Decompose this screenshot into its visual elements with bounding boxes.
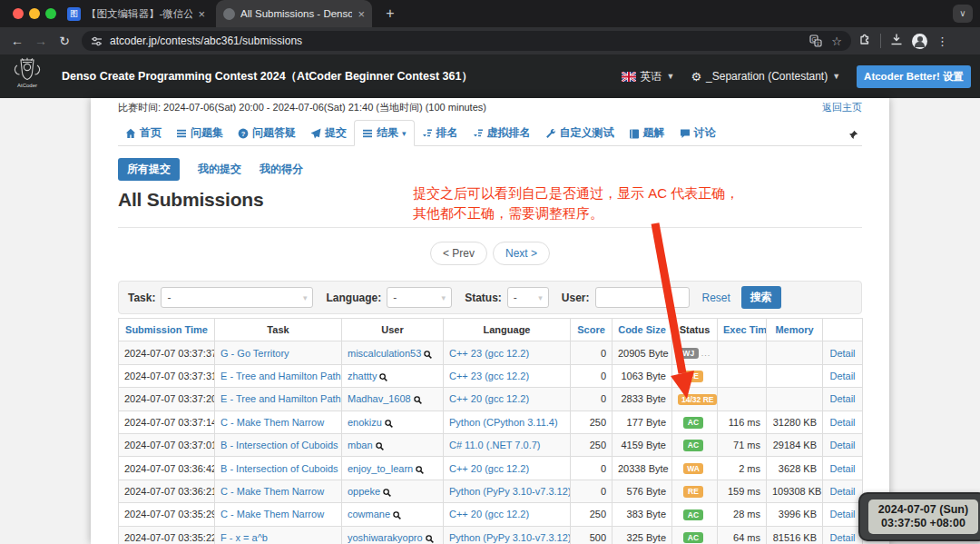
column-header[interactable]: Memory: [767, 319, 823, 341]
nav-tab-editorial[interactable]: 题解: [622, 121, 672, 145]
language-link[interactable]: Python (PyPy 3.10-v7.3.12): [449, 532, 571, 543]
user-link[interactable]: mban: [348, 440, 373, 450]
task-link[interactable]: E - Tree and Hamilton Path 2: [220, 371, 342, 381]
user-search-icon[interactable]: [385, 420, 393, 428]
prev-page-button[interactable]: < Prev: [430, 242, 487, 265]
submissions-table: Submission TimeTaskUserLanguageScoreCode…: [118, 318, 863, 544]
task-link[interactable]: C - Make Them Narrow: [220, 417, 324, 428]
task-link[interactable]: B - Intersection of Cuboids: [220, 440, 338, 450]
language-link[interactable]: C++ 20 (gcc 12.2): [449, 463, 529, 474]
user-link[interactable]: miscalculation53: [348, 348, 421, 359]
subtab-my-submissions[interactable]: 我的提交: [198, 162, 241, 177]
atcoder-better-settings-button[interactable]: Atcoder Better! 设置: [857, 65, 971, 88]
detail-link[interactable]: Detail: [829, 486, 855, 497]
user-link[interactable]: cowmane: [348, 509, 390, 519]
user-search-icon[interactable]: [416, 466, 424, 474]
maximize-window-button[interactable]: [45, 8, 56, 19]
back-home-link[interactable]: 返回主页: [822, 101, 862, 114]
nav-tab-virtual-standings[interactable]: 虚拟排名: [466, 121, 538, 145]
column-header[interactable]: Code Size: [612, 319, 672, 341]
account-menu[interactable]: ⚙ _Separation (Contestant) ▼: [691, 70, 840, 84]
extensions-icon[interactable]: [858, 33, 871, 49]
task-link[interactable]: G - Go Territory: [220, 348, 289, 359]
close-tab-icon[interactable]: ×: [358, 7, 365, 21]
task-link[interactable]: C - Make Them Narrow: [220, 509, 324, 519]
language-link[interactable]: C++ 23 (gcc 12.2): [449, 348, 529, 359]
nav-tab-custom-test[interactable]: 自定义测试: [538, 121, 622, 145]
reset-filters-link[interactable]: Reset: [702, 292, 730, 304]
status-filter-select[interactable]: -▾: [507, 287, 549, 308]
user-filter-input[interactable]: [595, 287, 690, 308]
address-bar[interactable]: atcoder.jp/contests/abc361/submissions G…: [82, 31, 851, 51]
chevron-down-icon: ▾: [442, 293, 446, 302]
task-filter-select[interactable]: -▾: [161, 287, 313, 308]
task-link[interactable]: C - Make Them Narrow: [220, 486, 324, 497]
browser-tab-editor[interactable]: 图 【图文编辑器】-微信公众号图文 ×: [60, 0, 212, 27]
language-link[interactable]: C# 11.0 (.NET 7.0.7): [449, 440, 540, 450]
nav-tab-tasks[interactable]: 问题集: [169, 121, 230, 145]
subtab-my-score[interactable]: 我的得分: [260, 162, 303, 177]
task-link[interactable]: F - x = a^b: [220, 532, 268, 543]
nav-tab-clarifications[interactable]: ? 问题答疑: [230, 121, 303, 145]
language-link[interactable]: C++ 20 (gcc 12.2): [449, 509, 529, 519]
user-search-icon[interactable]: [393, 511, 401, 519]
nav-tab-home[interactable]: 首页: [118, 121, 169, 145]
user-search-icon[interactable]: [414, 396, 422, 404]
language-link[interactable]: C++ 23 (gcc 12.2): [449, 371, 529, 381]
user-link[interactable]: enjoy_to_learn: [348, 463, 413, 474]
back-icon[interactable]: ←: [5, 34, 29, 48]
detail-link[interactable]: Detail: [829, 371, 855, 381]
atcoder-logo[interactable]: AtCoder: [7, 57, 47, 95]
subtab-all-submissions[interactable]: 所有提交: [118, 158, 180, 181]
user-search-icon[interactable]: [376, 442, 384, 450]
user-search-icon[interactable]: [379, 373, 387, 381]
downloads-icon[interactable]: [890, 33, 903, 49]
detail-link[interactable]: Detail: [829, 348, 855, 359]
new-tab-button[interactable]: +: [381, 5, 399, 23]
user-link[interactable]: oppeke: [348, 486, 380, 497]
bookmark-star-icon[interactable]: ☆: [831, 35, 842, 48]
detail-link[interactable]: Detail: [829, 463, 855, 474]
detail-link[interactable]: Detail: [829, 509, 855, 519]
user-link[interactable]: enokizu: [348, 417, 382, 428]
nav-tab-discussions[interactable]: 讨论: [672, 121, 723, 145]
detail-link[interactable]: Detail: [829, 417, 855, 428]
nav-tab-submit[interactable]: 提交: [303, 121, 354, 145]
nav-tab-results[interactable]: 结果 ▾: [354, 120, 415, 146]
pin-icon[interactable]: [844, 125, 862, 145]
detail-link[interactable]: Detail: [829, 532, 855, 543]
code-size-cell: 1063 Byte: [612, 364, 672, 387]
language-filter-select[interactable]: -▾: [387, 287, 452, 308]
next-page-button[interactable]: Next >: [493, 242, 550, 265]
browser-menu-icon[interactable]: ⋮: [936, 35, 948, 48]
detail-link[interactable]: Detail: [829, 440, 855, 450]
user-search-icon[interactable]: [383, 489, 391, 497]
language-link[interactable]: Python (CPython 3.11.4): [449, 417, 558, 428]
detail-link[interactable]: Detail: [829, 393, 855, 404]
search-button[interactable]: 搜索: [741, 286, 781, 309]
column-header[interactable]: Submission Time: [119, 319, 215, 341]
forward-icon[interactable]: →: [29, 34, 53, 48]
user-link[interactable]: Madhav_1608: [348, 393, 411, 404]
close-tab-icon[interactable]: ×: [198, 7, 205, 21]
minimize-window-button[interactable]: [29, 8, 40, 19]
site-settings-icon[interactable]: [91, 35, 103, 47]
tab-search-chevron-icon[interactable]: ∨: [953, 5, 973, 23]
user-link[interactable]: zhattty: [348, 371, 377, 381]
language-link[interactable]: C++ 20 (gcc 12.2): [449, 393, 529, 404]
language-switcher[interactable]: 英语 ▼: [622, 69, 675, 84]
column-header[interactable]: Score: [571, 319, 612, 341]
user-search-icon[interactable]: [424, 351, 432, 359]
reload-icon[interactable]: ↻: [53, 34, 76, 48]
task-link[interactable]: B - Intersection of Cuboids: [220, 463, 338, 474]
close-window-button[interactable]: [13, 8, 24, 19]
browser-tab-submissions[interactable]: All Submissions - Denso Crea ×: [216, 0, 372, 27]
translate-icon[interactable]: G文: [809, 35, 822, 47]
language-link[interactable]: Python (PyPy 3.10-v7.3.12): [449, 486, 571, 497]
profile-avatar[interactable]: [912, 34, 927, 49]
column-header[interactable]: Exec Time: [718, 319, 767, 341]
nav-tab-standings[interactable]: 排名: [415, 121, 466, 145]
task-link[interactable]: E - Tree and Hamilton Path 2: [220, 393, 342, 404]
user-link[interactable]: yoshiwarakyopro: [348, 532, 423, 543]
user-search-icon[interactable]: [426, 535, 434, 543]
